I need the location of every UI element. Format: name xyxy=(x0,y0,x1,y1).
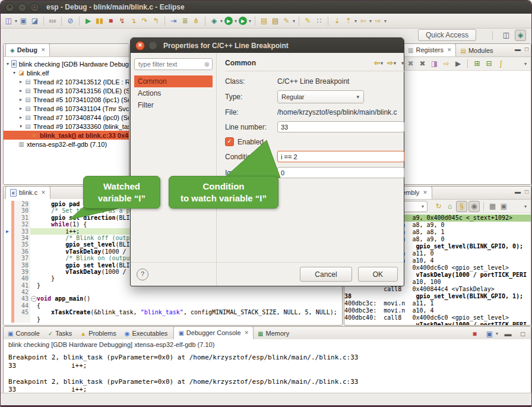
marker-gutter[interactable] xyxy=(4,248,11,255)
go-to-annotation-icon-group[interactable]: ⇡▾ xyxy=(343,16,357,26)
condition-field[interactable] xyxy=(277,151,404,162)
refresh-icon[interactable]: ↻ xyxy=(433,201,444,212)
back-icon[interactable]: ⇦ xyxy=(358,16,368,26)
display-console-icon[interactable]: ▣ xyxy=(484,329,495,339)
tab-problems[interactable]: ▲Problems xyxy=(76,327,120,339)
dialog-section-actions[interactable]: Actions xyxy=(134,87,213,99)
search-icon[interactable]: ✎ xyxy=(281,16,292,26)
search-icon-group[interactable]: ✎▾ xyxy=(281,16,296,26)
disconnect-icon[interactable]: ↯ xyxy=(117,16,127,26)
maximize-icon[interactable]: □ xyxy=(525,188,528,195)
tree-item[interactable]: ▸▤Thread #5 1073410208 (ipc1) (Susp xyxy=(4,95,129,104)
dialog-section-common[interactable]: Common xyxy=(134,75,213,87)
dialog-section-filter[interactable]: Filter xyxy=(134,99,213,111)
back-icon-group[interactable]: ⇦▾ xyxy=(357,16,372,26)
collapse-icon[interactable]: − xyxy=(31,296,37,302)
new-wizard-icon-group[interactable]: ◫▾ xyxy=(3,16,18,26)
suspend-icon[interactable]: ▮▮ xyxy=(94,16,104,26)
minimize-icon[interactable]: ▬ xyxy=(515,46,521,52)
marker-gutter[interactable] xyxy=(4,262,11,269)
new-wizard-icon-dropdown[interactable]: ▾ xyxy=(15,18,17,24)
debug-icon-group[interactable]: ◈▾ xyxy=(208,16,223,26)
open-new-view-icon[interactable]: ▦ xyxy=(487,201,498,212)
search-icon-dropdown[interactable]: ▾ xyxy=(293,18,295,24)
minimize-icon[interactable]: ▬ xyxy=(503,329,513,339)
new-wizard-icon[interactable]: ◫ xyxy=(4,16,14,26)
chevron-down-icon[interactable]: ▾ xyxy=(422,204,424,209)
marker-gutter[interactable] xyxy=(4,302,11,309)
quick-access-button[interactable]: Quick Access xyxy=(418,29,476,41)
home-icon[interactable]: ⌂ xyxy=(445,201,455,212)
goto-address-icon[interactable]: ⇨ xyxy=(441,59,451,69)
remove-all-icon[interactable]: ✖ xyxy=(417,59,428,69)
line-number-field[interactable] xyxy=(277,121,404,132)
debug-icon-dropdown[interactable]: ▾ xyxy=(220,18,223,24)
drop-to-frame-icon[interactable]: ≣ xyxy=(180,16,190,26)
forward-icon[interactable]: ⇨ xyxy=(387,59,393,67)
twist-icon[interactable]: ▸ xyxy=(18,106,24,111)
tree-item[interactable]: ≡blink_task() at blink.c:33 0x400db xyxy=(4,131,129,140)
marker-gutter[interactable] xyxy=(4,235,11,241)
forward-icon-group[interactable]: ⇨▾ xyxy=(372,16,387,26)
tree-item[interactable]: ▸▤Thread #2 1073413512 (IDLE : Runn xyxy=(4,77,129,86)
debug-icon[interactable]: ◈ xyxy=(209,16,219,26)
back-icon[interactable]: ⇦ xyxy=(374,59,380,67)
maximize-icon[interactable]: □ xyxy=(525,46,528,52)
marker-gutter[interactable] xyxy=(4,255,11,261)
clear-filter-icon[interactable]: ⊗ xyxy=(204,61,210,68)
tab-modules[interactable]: ▤Modules xyxy=(456,45,497,56)
help-button[interactable]: ? xyxy=(137,269,148,280)
external-tools-icon-group[interactable]: ▶▾ xyxy=(238,17,252,25)
console-content[interactable]: blink checking [GDB Hardware Debugging] … xyxy=(4,339,531,393)
twist-icon[interactable]: ▸ xyxy=(18,79,24,84)
tab-console[interactable]: ▣Console xyxy=(4,327,44,339)
filter-input[interactable] xyxy=(137,60,187,68)
tree-item[interactable]: ▸▤Thread #7 1073408744 (ipc0) (Susp xyxy=(4,113,129,122)
marker-gutter[interactable] xyxy=(4,275,11,282)
tree-item[interactable]: ▥xtensa-esp32-elf-gdb (7.10) xyxy=(4,140,129,149)
tab-registers[interactable]: ▥Registers✕ xyxy=(403,43,456,56)
show-source-toggle-icon[interactable]: § xyxy=(456,201,467,212)
tab-executables[interactable]: ◉Executables xyxy=(121,327,172,339)
tree-item[interactable]: ▾cblink checking [GDB Hardware Debug xyxy=(4,59,129,68)
forward-icon[interactable]: ⇨ xyxy=(373,16,383,26)
expand-all-icon[interactable]: ⊞ xyxy=(472,59,482,69)
marker-gutter[interactable] xyxy=(4,269,11,275)
cancel-button[interactable]: Cancel xyxy=(300,267,352,282)
marker-gutter[interactable] xyxy=(4,207,11,214)
save-icon[interactable]: ▣ xyxy=(18,16,28,26)
twist-icon[interactable]: ▸ xyxy=(18,88,24,93)
close-icon[interactable]: ✕ xyxy=(41,190,46,195)
external-tools-icon-dropdown[interactable]: ▾ xyxy=(249,18,251,24)
type-combo[interactable]: Regular ▾ xyxy=(277,90,364,103)
step-return-icon[interactable]: ↰ xyxy=(151,16,161,26)
forward-dropdown-icon[interactable]: ▾ xyxy=(394,61,396,66)
show-columns-icon[interactable]: ◨ xyxy=(429,59,439,69)
resume-icon[interactable]: ▶ xyxy=(83,16,93,26)
mark-occurrences-icon[interactable]: ✎ xyxy=(303,16,313,26)
step-filters-icon[interactable]: ⋔ xyxy=(191,16,201,26)
minimize-icon[interactable]: ▬ xyxy=(515,188,521,195)
back-dropdown-icon[interactable]: ▾ xyxy=(381,61,383,66)
tree-item[interactable]: ▸▤Thread #3 1073413156 (IDLE) (Susp xyxy=(4,86,129,95)
tab-debugger-console[interactable]: ▣Debugger Console✕ xyxy=(173,326,254,339)
display-console-icon-dropdown[interactable]: ▾ xyxy=(496,331,498,336)
last-edit-location-icon[interactable]: ⇣ xyxy=(332,16,342,26)
view-menu-icon[interactable]: ▾ xyxy=(524,61,527,67)
twist-icon[interactable]: ▾ xyxy=(18,124,24,129)
marker-gutter[interactable] xyxy=(4,316,11,323)
open-perspective-icon[interactable]: ◫ xyxy=(501,30,511,40)
select-pointer-icon[interactable]: ▶ xyxy=(453,59,463,69)
go-to-annotation-icon-dropdown[interactable]: ▾ xyxy=(354,18,357,24)
twist-icon[interactable]: ▾ xyxy=(11,70,17,75)
external-tools-icon[interactable]: ▶ xyxy=(239,17,247,25)
ok-button[interactable]: OK xyxy=(358,267,398,282)
close-icon[interactable]: ✕ xyxy=(423,190,428,195)
dialog-close-button[interactable]: ✕ xyxy=(135,41,145,51)
sync-selection-toggle-icon[interactable]: ◉ xyxy=(468,201,480,212)
run-icon-group[interactable]: ▶▾ xyxy=(223,17,238,25)
tree-item[interactable]: ▾◪blink.elf xyxy=(4,68,129,77)
close-icon[interactable]: ✕ xyxy=(447,47,452,53)
marker-gutter[interactable] xyxy=(4,282,11,289)
marker-gutter[interactable] xyxy=(4,289,11,295)
